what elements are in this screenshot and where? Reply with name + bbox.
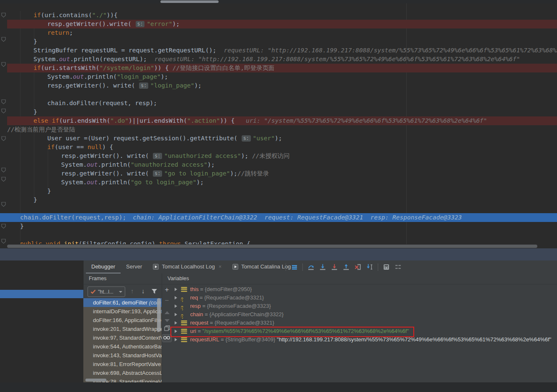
frames-vertical-scrollbar-thumb[interactable] xyxy=(157,298,161,332)
variable-name: request xyxy=(190,319,208,327)
equals-sign: = xyxy=(208,319,214,327)
filter-frames-icon[interactable] xyxy=(151,289,157,294)
stack-frame-item[interactable]: invoke:201, StandardWrappe xyxy=(83,325,162,333)
toolbar-separator xyxy=(302,263,303,271)
toolbar-separator xyxy=(286,263,286,271)
frame-label: invoke:544, AuthenticatorBas xyxy=(93,343,162,350)
frames-horizontal-scrollbar-thumb[interactable] xyxy=(85,379,106,382)
bottom-left-panel xyxy=(0,260,83,382)
code-line: if(uri.startsWith("/system/login")) { //… xyxy=(34,64,274,72)
expand-arrow-icon[interactable] xyxy=(175,321,177,325)
evaluate-expression-icon[interactable] xyxy=(383,263,390,271)
fold-marker-icon[interactable] xyxy=(1,108,6,113)
equals-sign: = xyxy=(203,310,209,319)
tab-server[interactable]: Server xyxy=(121,260,147,273)
variable-row[interactable]: request = {RequestFacade@3321} xyxy=(173,319,557,327)
expand-arrow-icon[interactable] xyxy=(175,313,177,316)
stack-frame-item[interactable]: doFilter:61, demoFilter (com xyxy=(83,298,162,307)
parameter-icon: p xyxy=(181,304,187,309)
duplicate-watch-icon[interactable] xyxy=(162,325,172,331)
fold-marker-icon[interactable] xyxy=(1,239,6,244)
frames-list[interactable]: doFilter:61, demoFilter (cominternalDoFi… xyxy=(83,298,162,382)
tab-debugger[interactable]: Debugger xyxy=(86,260,121,273)
equals-sign: = xyxy=(196,327,202,335)
variable-row[interactable]: presp = {ResponseFacade@3323} xyxy=(173,302,557,310)
fold-marker-icon[interactable] xyxy=(1,62,6,67)
force-step-into-icon[interactable] xyxy=(331,263,338,271)
variable-value: {StringBuffer@3409} xyxy=(225,335,275,344)
editor-debug-separator[interactable] xyxy=(0,248,557,260)
step-over-icon[interactable] xyxy=(307,263,315,271)
variable-row[interactable]: uri = "/system/%55%73%65%72%49%6e%66%6f%… xyxy=(173,327,557,335)
fold-marker-icon[interactable] xyxy=(1,13,6,18)
code-line: if(uri.contains("./")){ xyxy=(34,11,118,20)
close-icon[interactable]: × xyxy=(219,264,222,270)
fold-marker-icon[interactable] xyxy=(1,177,6,182)
fold-marker-icon[interactable] xyxy=(1,136,6,141)
code-line: StringBuffer requestURL = request.getReq… xyxy=(34,46,557,55)
expand-arrow-icon[interactable] xyxy=(175,338,177,341)
stack-frame-item[interactable]: invoke:698, AbstractAccessL xyxy=(83,369,162,377)
code-line: } xyxy=(34,108,37,116)
remove-watch-icon[interactable]: − xyxy=(162,297,172,305)
run-to-cursor-icon[interactable] xyxy=(366,263,373,271)
step-into-icon[interactable] xyxy=(319,263,326,271)
show-watches-toggle-icon[interactable] xyxy=(162,334,172,344)
variable-value: {ResponseFacade@3323} xyxy=(207,302,271,310)
move-watch-up-icon[interactable] xyxy=(162,308,172,316)
fold-marker-icon[interactable] xyxy=(1,224,6,229)
variable-row[interactable]: this = {demoFilter@2950} xyxy=(173,285,557,294)
code-line: } xyxy=(34,37,37,46)
stack-frame-item[interactable]: invoke:544, AuthenticatorBas xyxy=(83,342,162,351)
stack-frame-item[interactable]: invoke:97, StandardContextV xyxy=(83,333,162,342)
variable-row[interactable]: pchain = {ApplicationFilterChain@3322} xyxy=(173,310,557,319)
variable-name: requestURL xyxy=(190,335,219,344)
fold-marker-icon[interactable] xyxy=(1,99,6,104)
variables-list[interactable]: this = {demoFilter@2950}preq = {RequestF… xyxy=(173,285,557,382)
stack-frame-item[interactable]: doFilter:166, ApplicationFilte xyxy=(83,316,162,325)
expand-arrow-icon[interactable] xyxy=(175,296,177,299)
move-watch-down-icon[interactable] xyxy=(162,316,172,324)
layout-settings-icon[interactable] xyxy=(395,263,402,271)
selection-bar[interactable] xyxy=(0,290,83,298)
expand-arrow-icon[interactable] xyxy=(175,288,177,291)
code-line: chain.doFilter(request, resp); xyxy=(47,99,157,108)
fold-marker-icon[interactable] xyxy=(1,168,6,173)
variable-row[interactable]: requestURL = {StringBuffer@3409} "http:/… xyxy=(173,335,557,344)
frame-label: invoke:143, StandardHostVal xyxy=(93,352,162,358)
tab-label: Debugger xyxy=(91,263,115,270)
tab-tomcat-localhost-log[interactable]: Tomcat Localhost Log× xyxy=(147,260,227,273)
frame-label: invoke:97, StandardContextV xyxy=(93,335,162,341)
code-line: resp.getWriter(). write( s:"go to login_… xyxy=(61,169,269,178)
equals-sign: = xyxy=(199,285,205,294)
step-out-icon[interactable] xyxy=(343,263,350,271)
frame-label: doFilter:61, demoFilter xyxy=(93,299,149,306)
header-divider xyxy=(83,284,557,284)
toolbar-separator xyxy=(378,263,378,271)
variable-value: "/system/%55%73%65%72%49%6e%66%6f%53%65%… xyxy=(202,327,409,335)
stack-frame-item[interactable]: internalDoFilter:193, Applicat xyxy=(83,307,162,316)
variable-value: {RequestFacade@3321} xyxy=(214,319,274,327)
drop-frame-icon[interactable] xyxy=(354,263,361,271)
fold-marker-icon[interactable] xyxy=(1,37,6,42)
add-watch-icon[interactable]: + xyxy=(162,286,172,294)
expand-arrow-icon[interactable] xyxy=(175,330,177,333)
code-area[interactable]: if(uri.contains("./")){resp.getWriter().… xyxy=(0,3,557,244)
previous-frame-icon[interactable]: ↑ xyxy=(131,287,134,294)
code-line: System.out.println("unauthorized access"… xyxy=(61,160,215,169)
debugger-menu-icon[interactable] xyxy=(291,263,298,271)
editor-top-scrollbar-thumb[interactable] xyxy=(160,0,219,3)
thread-selector-dropdown[interactable]: "ht...l... xyxy=(88,286,125,297)
fold-marker-icon[interactable] xyxy=(1,202,6,207)
code-line: System.out.println("go to login_page"); xyxy=(61,178,204,187)
editor-horizontal-scrollbar-thumb[interactable] xyxy=(7,245,537,248)
frame-label: invoke:698, AbstractAccessL xyxy=(93,370,162,376)
code-line: resp.getWriter(). write( s:"unauthorized… xyxy=(61,152,290,160)
value-icon xyxy=(181,287,187,292)
stack-frame-item[interactable]: invoke:143, StandardHostVal xyxy=(83,351,162,360)
variable-name: uri xyxy=(190,327,196,335)
variable-row[interactable]: preq = {RequestFacade@3321} xyxy=(173,294,557,302)
next-frame-icon[interactable]: ↓ xyxy=(142,287,145,294)
stack-frame-item[interactable]: invoke:81, ErrorReportValve xyxy=(83,360,162,369)
expand-arrow-icon[interactable] xyxy=(175,304,177,308)
